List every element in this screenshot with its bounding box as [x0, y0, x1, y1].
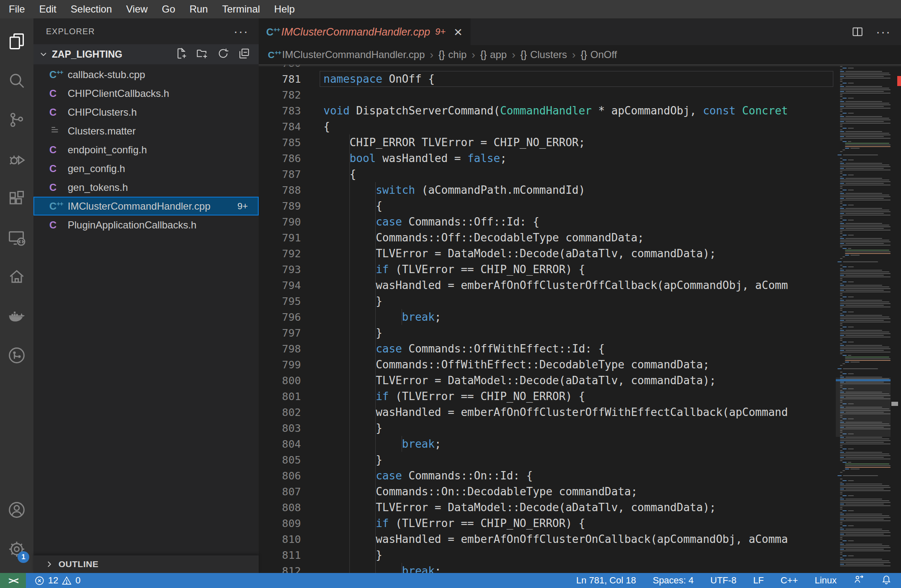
code-line-812[interactable]: 812break;	[259, 563, 836, 573]
explorer-sidebar: EXPLORER ··· ZAP_LIGHTING C++callback-st…	[33, 18, 259, 573]
code-line-792[interactable]: 792TLVError = DataModel::Decode(aDataTlv…	[259, 246, 836, 261]
status-item-utf-8[interactable]: UTF-8	[710, 575, 736, 586]
problems-status[interactable]: 12 0	[26, 575, 81, 586]
menu-edit[interactable]: Edit	[32, 0, 64, 18]
error-marker	[897, 76, 901, 86]
file-item-PluginApplicationCallbacks.h[interactable]: CPluginApplicationCallbacks.h	[33, 215, 259, 234]
code-line-809[interactable]: 809if (TLVError == CHIP_NO_ERROR) {	[259, 515, 836, 531]
minimap[interactable]	[836, 64, 891, 573]
code-line-803[interactable]: 803}	[259, 420, 836, 436]
outline-section-header[interactable]: OUTLINE	[33, 555, 259, 573]
collapse-all-icon[interactable]	[238, 47, 250, 61]
explorer-more-actions-icon[interactable]: ···	[234, 27, 249, 35]
editor-more-actions-icon[interactable]: ···	[876, 28, 891, 35]
notifications-bell-icon[interactable]	[881, 574, 892, 587]
code-line-781[interactable]: 781namespace OnOff {	[259, 71, 836, 87]
menu-file[interactable]: File	[2, 0, 32, 18]
code-line-797[interactable]: 797}	[259, 325, 836, 341]
code-line-796[interactable]: 796break;	[259, 309, 836, 325]
indent-guides	[323, 277, 376, 293]
code-line-805[interactable]: 805}	[259, 452, 836, 468]
remote-indicator[interactable]: ><	[0, 573, 26, 588]
breadcrumb-label: chip	[448, 49, 467, 61]
menu-view[interactable]: View	[119, 0, 155, 18]
search-icon[interactable]	[0, 61, 33, 100]
code-line-801[interactable]: 801if (TLVError == CHIP_NO_ERROR) {	[259, 388, 836, 404]
breadcrumb-item-OnOff[interactable]: {}OnOff	[580, 49, 617, 61]
menu-run[interactable]: Run	[182, 0, 215, 18]
code-line-793[interactable]: 793if (TLVError == CHIP_NO_ERROR) {	[259, 261, 836, 277]
line-number: 804	[259, 436, 301, 452]
settings-icon[interactable]: 1	[0, 530, 33, 569]
file-item-gen_tokens.h[interactable]: Cgen_tokens.h	[33, 178, 259, 197]
breadcrumb-item-IMClusterCommandHandler.cpp[interactable]: C++IMClusterCommandHandler.cpp	[268, 49, 425, 61]
code-line-790[interactable]: 790case Commands::Off::Id: {	[259, 214, 836, 230]
remote-explorer-icon[interactable]	[0, 218, 33, 257]
code-line-785[interactable]: 785CHIP_ERROR TLVError = CHIP_NO_ERROR;	[259, 134, 836, 150]
new-file-icon[interactable]	[175, 47, 188, 61]
code-line-798[interactable]: 798case Commands::OffWithEffect::Id: {	[259, 341, 836, 357]
status-item-linux[interactable]: Linux	[814, 575, 837, 586]
status-item-spaces-4[interactable]: Spaces: 4	[653, 575, 694, 586]
code-line-794[interactable]: 794wasHandled = emberAfOnOffClusterOffCa…	[259, 277, 836, 293]
code-line-780[interactable]: 780	[259, 64, 836, 71]
file-item-callback-stub.cpp[interactable]: C++callback-stub.cpp	[33, 65, 259, 84]
code-line-782[interactable]: 782	[259, 87, 836, 103]
vscode-window: FileEditSelectionViewGoRunTerminalHelp 1…	[0, 0, 901, 588]
source-control-icon[interactable]	[0, 100, 33, 139]
code-viewport[interactable]: 780781namespace OnOff {782783void Dispat…	[259, 64, 836, 573]
menu-terminal[interactable]: Terminal	[215, 0, 267, 18]
menu-help[interactable]: Help	[267, 0, 302, 18]
code-line-811[interactable]: 811}	[259, 547, 836, 563]
folder-section-header[interactable]: ZAP_LIGHTING	[33, 44, 259, 64]
code-line-795[interactable]: 795}	[259, 293, 836, 309]
extensions-icon[interactable]	[0, 179, 33, 218]
code-line-799[interactable]: 799Commands::OffWithEffect::DecodableTyp…	[259, 357, 836, 373]
code-line-802[interactable]: 802wasHandled = emberAfOnOffClusterOffWi…	[259, 404, 836, 420]
file-name: CHIPClientCallbacks.h	[68, 88, 169, 99]
file-item-CHIPClientCallbacks.h[interactable]: CCHIPClientCallbacks.h	[33, 84, 259, 103]
code-line-800[interactable]: 800TLVError = DataModel::Decode(aDataTlv…	[259, 373, 836, 388]
status-item-ln-781-col-18[interactable]: Ln 781, Col 18	[576, 575, 636, 586]
code-line-786[interactable]: 786bool wasHandled = false;	[259, 150, 836, 166]
tab-imclustercommandhandler[interactable]: C++ IMClusterCommandHandler.cpp 9+ ×	[259, 18, 471, 45]
explorer-icon[interactable]	[0, 22, 33, 61]
file-item-CHIPClusters.h[interactable]: CCHIPClusters.h	[33, 103, 259, 122]
docker-icon[interactable]	[0, 297, 33, 336]
code-line-804[interactable]: 804break;	[259, 436, 836, 452]
code-line-784[interactable]: 784{	[259, 119, 836, 134]
status-item-lf[interactable]: LF	[753, 575, 764, 586]
account-icon[interactable]	[0, 490, 33, 530]
menu-selection[interactable]: Selection	[64, 0, 119, 18]
code-line-808[interactable]: 808TLVError = DataModel::Decode(aDataTlv…	[259, 499, 836, 515]
breadcrumb: C++IMClusterCommandHandler.cpp›{}chip›{}…	[259, 45, 901, 64]
code-line-810[interactable]: 810wasHandled = emberAfOnOffClusterOnCal…	[259, 531, 836, 547]
code-line-791[interactable]: 791Commands::Off::DecodableType commandD…	[259, 230, 836, 246]
git-graph-icon[interactable]	[0, 336, 33, 375]
file-item-gen_config.h[interactable]: Cgen_config.h	[33, 159, 259, 178]
code-line-807[interactable]: 807Commands::On::DecodableType commandDa…	[259, 484, 836, 499]
code-line-806[interactable]: 806case Commands::On::Id: {	[259, 468, 836, 484]
new-folder-icon[interactable]	[196, 47, 209, 61]
breadcrumb-item-app[interactable]: {}app	[480, 49, 506, 61]
split-editor-icon[interactable]	[851, 25, 864, 38]
file-item-IMClusterCommandHandler.cpp[interactable]: C++IMClusterCommandHandler.cpp9+	[33, 197, 259, 215]
file-item-Clusters.matter[interactable]: Clusters.matter	[33, 122, 259, 140]
overview-ruler[interactable]	[891, 64, 901, 573]
tab-close-icon[interactable]: ×	[454, 25, 462, 38]
breadcrumb-item-Clusters[interactable]: {}Clusters	[520, 49, 567, 61]
menu-go[interactable]: Go	[155, 0, 182, 18]
feedback-icon[interactable]	[853, 574, 864, 587]
code-line-788[interactable]: 788switch (aCommandPath.mCommandId)	[259, 182, 836, 198]
code-line-789[interactable]: 789{	[259, 198, 836, 214]
refresh-icon[interactable]	[217, 47, 229, 61]
code-line-783[interactable]: 783void DispatchServerCommand(CommandHan…	[259, 103, 836, 119]
indent-guides	[323, 373, 376, 388]
run-debug-icon[interactable]	[0, 139, 33, 179]
home-icon[interactable]	[0, 257, 33, 297]
status-item-c++[interactable]: C++	[781, 575, 798, 586]
file-item-endpoint_config.h[interactable]: Cendpoint_config.h	[33, 140, 259, 159]
breadcrumb-separator-icon: ›	[472, 48, 476, 61]
breadcrumb-item-chip[interactable]: {}chip	[438, 49, 466, 61]
code-line-787[interactable]: 787{	[259, 166, 836, 182]
